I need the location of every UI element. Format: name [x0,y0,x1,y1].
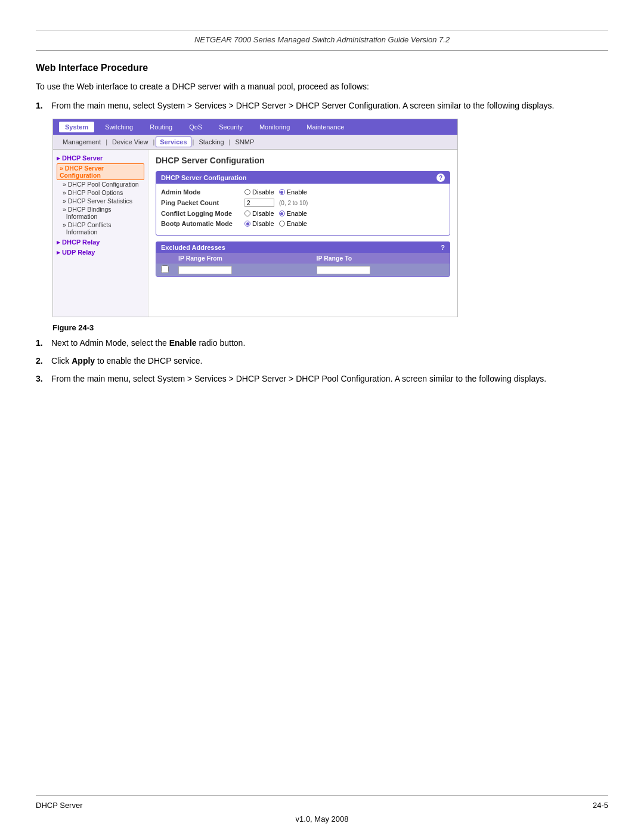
header-title: NETGEAR 7000 Series Managed Switch Admin… [36,30,608,50]
radio-label-disable-admin: Disable [252,188,274,196]
sidebar-section-dhcp-relay: ▸ DHCP Relay [57,239,144,246]
help-icon[interactable]: ? [436,174,445,182]
row-checkbox-cell [156,264,174,276]
sidebar-section-dhcp-server: ▸ DHCP Server » DHCP ServerConfiguration… [57,154,144,236]
bold-apply: Apply [72,356,95,366]
radio-circle-enable-bootp [279,221,285,227]
step-1: 1. From the main menu, select System > S… [36,101,608,110]
input-ip-to[interactable] [317,266,370,274]
label-ping-count: Ping Packet Count [161,199,244,206]
sidebar: ▸ DHCP Server » DHCP ServerConfiguration… [53,150,148,317]
sidebar-dhcp-server-title[interactable]: ▸ DHCP Server [57,154,144,162]
radio-label-enable-bootp: Enable [287,220,307,227]
sidebar-dhcp-server-config[interactable]: » DHCP ServerConfiguration [57,163,144,180]
sidebar-dhcp-bindings[interactable]: » DHCP Bindings Information [57,205,144,221]
step-1-sub: 1. Next to Admin Mode, select the Enable… [36,338,608,348]
config-box-title: DHCP Server Configuration [161,174,246,181]
row-checkbox[interactable] [161,265,169,273]
nav-sub-services[interactable]: Services [156,137,191,147]
row-conflict-logging: Conflict Logging Mode Disable Enable [161,210,445,217]
radio-enable-admin[interactable]: Enable [279,188,307,196]
hint-ping-count: (0, 2 to 10) [279,200,308,206]
input-ip-from[interactable] [178,266,232,274]
nav-sub-snmp[interactable]: SNMP [231,137,258,147]
value-ping-count: (0, 2 to 10) [244,199,308,207]
config-box-body: Admin Mode Disable Enable [156,184,450,235]
footer-center: v1.0, May 2008 [36,815,608,833]
sep4: | [229,138,231,145]
excluded-addresses-header: Excluded Addresses ? [156,242,450,253]
steps-after-figure: 1. Next to Admin Mode, select the Enable… [36,338,608,383]
step-3-sub: 3. From the main menu, select System > S… [36,374,608,383]
excl-help-icon[interactable]: ? [441,244,445,251]
label-conflict-logging: Conflict Logging Mode [161,210,244,217]
radio-enable-bootp[interactable]: Enable [279,220,307,227]
bold-enable: Enable [169,338,197,348]
main-area: ▸ DHCP Server » DHCP ServerConfiguration… [53,150,457,317]
nav-maintenance[interactable]: Maintenance [301,122,350,132]
input-ping-count[interactable] [244,199,274,207]
content-panel: DHCP Server Configuration DHCP Server Co… [148,150,457,317]
col-checkbox [156,253,174,264]
sep2: | [153,138,154,145]
sidebar-dhcp-server-stats[interactable]: » DHCP Server Statistics [57,197,144,205]
sidebar-dhcp-conflicts[interactable]: » DHCP Conflicts Information [57,221,144,236]
step-2-sub: 2. Click Apply to enable the DHCP servic… [36,356,608,366]
figure-label: Figure 24-3 [52,323,608,332]
step-3-sub-number: 3. [36,374,47,383]
value-admin-mode: Disable Enable [244,188,307,196]
nav-sub-stacking[interactable]: Stacking [195,137,227,147]
sidebar-dhcp-relay-title[interactable]: ▸ DHCP Relay [57,239,144,246]
step-3-sub-content: From the main menu, select System > Serv… [51,374,608,383]
excluded-addresses-title: Excluded Addresses [161,244,225,251]
col-ip-from: IP Range From [174,253,312,264]
step-1-sub-number: 1. [36,338,47,348]
label-admin-mode: Admin Mode [161,188,244,196]
nav-switching[interactable]: Switching [99,122,139,132]
label-bootp-mode: Bootp Automatic Mode [161,220,244,227]
section-heading: Web Interface Procedure [36,63,608,73]
sidebar-section-udp-relay: ▸ UDP Relay [57,249,144,256]
radio-enable-conflict[interactable]: Enable [279,210,307,217]
row-admin-mode: Admin Mode Disable Enable [161,188,445,196]
nav-security[interactable]: Security [213,122,249,132]
step-1-sub-content: Next to Admin Mode, select the Enable ra… [51,338,608,348]
sidebar-dhcp-pool-config[interactable]: » DHCP Pool Configuration [57,180,144,188]
col-ip-to: IP Range To [312,253,450,264]
cell-ip-to [312,264,450,276]
sidebar-dhcp-pool-options[interactable]: » DHCP Pool Options [57,188,144,197]
config-box-header: DHCP Server Configuration ? [156,172,450,184]
radio-label-disable-conflict: Disable [252,210,274,217]
row-bootp-mode: Bootp Automatic Mode Disable Enable [161,220,445,227]
nav-sub-deviceview[interactable]: Device View [109,137,151,147]
value-bootp-mode: Disable Enable [244,220,307,227]
value-conflict-logging: Disable Enable [244,210,307,217]
nav-sub-management[interactable]: Management [59,137,104,147]
intro-text: To use the Web interface to create a DHC… [36,82,608,91]
step-1-content: From the main menu, select System > Serv… [51,101,608,110]
nav-monitoring[interactable]: Monitoring [253,122,296,132]
footer-right: 24-5 [593,801,608,810]
radio-circle-enable-admin [279,189,285,195]
nav-top-bar: System Switching Routing QoS Security Mo… [53,119,457,135]
radio-disable-admin[interactable]: Disable [244,188,274,196]
footer-left: DHCP Server [36,801,83,810]
sidebar-udp-relay-title[interactable]: ▸ UDP Relay [57,249,144,256]
nav-system[interactable]: System [59,122,94,132]
radio-label-enable-conflict: Enable [287,210,307,217]
header-bottom-rule [36,50,608,51]
step-2-sub-number: 2. [36,356,47,366]
radio-circle-enable-conflict [279,210,285,216]
radio-disable-bootp[interactable]: Disable [244,220,274,227]
config-box: DHCP Server Configuration ? Admin Mode [156,171,450,236]
nav-sub-bar: Management | Device View | Services | St… [53,135,457,150]
radio-label-enable-admin: Enable [287,188,307,196]
radio-label-disable-bootp: Disable [252,220,274,227]
excluded-addresses-box: Excluded Addresses ? IP Range From IP Ra… [156,241,450,277]
radio-circle-disable-conflict [244,210,250,216]
radio-disable-conflict[interactable]: Disable [244,210,274,217]
nav-routing[interactable]: Routing [144,122,178,132]
nav-qos[interactable]: QoS [183,122,208,132]
excluded-addresses-table: IP Range From IP Range To [156,253,450,276]
footer-row: DHCP Server 24-5 [36,796,608,815]
